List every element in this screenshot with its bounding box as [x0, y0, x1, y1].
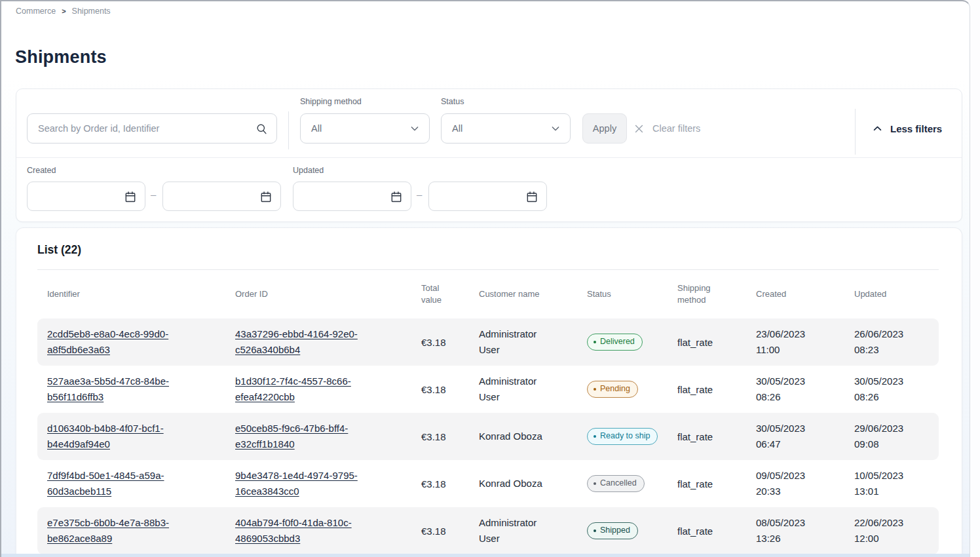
search-icon[interactable] — [255, 123, 268, 135]
updated-to-input[interactable] — [437, 191, 525, 202]
total-value: €3.18 — [421, 526, 479, 537]
header-updated: Updated — [854, 288, 933, 300]
x-icon — [633, 123, 645, 134]
calendar-icon[interactable] — [390, 190, 403, 203]
chevron-down-icon — [550, 123, 561, 134]
identifier-link[interactable]: 527aae3a-5b5d-47c8-84be-b56f11d6ffb3 — [47, 375, 169, 402]
app-window: Commerce > Shipments Shipments Shipping … — [0, 0, 970, 557]
identifier-link[interactable]: 7df9f4bd-50e1-4845-a59a-60d3acbeb115 — [47, 470, 164, 497]
updated-filter-label: Updated — [293, 166, 324, 175]
search-box — [27, 113, 277, 144]
chevron-up-icon — [872, 123, 883, 134]
created-at: 08/05/202313:26 — [756, 515, 854, 547]
date-range-dash: – — [417, 189, 422, 200]
status-dot-icon — [594, 435, 596, 438]
customer-name: Administrator User — [479, 515, 587, 547]
shipments-list-panel: List (22) Identifier Order ID Total valu… — [16, 227, 962, 557]
customer-name: Konrad Oboza — [479, 429, 587, 444]
created-at: 09/05/202320:33 — [756, 468, 854, 499]
status-badge: Cancelled — [587, 475, 645, 492]
table-row: d106340b-b4b8-4f07-bcf1-b4e4d9af94e0 e50… — [37, 413, 939, 460]
header-total-value: Total value — [421, 282, 479, 306]
calendar-icon[interactable] — [124, 190, 137, 203]
chevron-down-icon — [409, 123, 420, 134]
breadcrumb-item-commerce[interactable]: Commerce — [16, 7, 56, 16]
total-value: €3.18 — [421, 337, 479, 348]
header-order-id: Order ID — [235, 288, 421, 300]
search-input[interactable] — [28, 123, 255, 134]
shipping-method: flat_rate — [677, 478, 756, 490]
customer-name: Konrad Oboza — [479, 476, 587, 491]
header-status: Status — [587, 288, 677, 300]
created-at: 30/05/202308:26 — [756, 374, 854, 405]
header-customer-name: Customer name — [479, 288, 587, 300]
updated-at: 29/06/202309:08 — [854, 421, 933, 452]
date-range-dash: – — [151, 189, 156, 200]
table-row: 7df9f4bd-50e1-4845-a59a-60d3acbeb115 9b4… — [37, 460, 939, 507]
status-badge: Delivered — [587, 334, 643, 351]
header-created: Created — [756, 288, 854, 300]
created-to-field — [162, 182, 281, 211]
created-to-input[interactable] — [171, 191, 259, 202]
status-filter-label: Status — [441, 97, 464, 106]
created-filter-label: Created — [27, 166, 56, 175]
less-filters-toggle[interactable]: Less filters — [872, 113, 942, 144]
created-from-field — [27, 182, 145, 211]
header-identifier: Identifier — [47, 288, 235, 300]
created-at: 30/05/202306:47 — [756, 421, 854, 452]
clear-filters-label: Clear filters — [652, 123, 700, 134]
clear-filters-button[interactable]: Clear filters — [633, 113, 700, 144]
table-row: e7e375cb-6b0b-4e7a-88b3-be862ace8a89 404… — [37, 507, 939, 554]
shipping-method-label: Shipping method — [300, 97, 362, 106]
calendar-icon[interactable] — [525, 190, 538, 203]
table-row: 527aae3a-5b5d-47c8-84be-b56f11d6ffb3 b1d… — [37, 366, 939, 413]
updated-to-field — [428, 182, 547, 211]
order-id-link[interactable]: e50ceb85-f9c6-47b6-bff4-e32cff1b1840 — [235, 423, 348, 450]
shipping-method: flat_rate — [677, 337, 756, 348]
status-select[interactable]: All — [441, 113, 571, 144]
updated-from-input[interactable] — [301, 191, 390, 202]
total-value: €3.18 — [421, 478, 479, 490]
updated-at: 22/06/202312:00 — [854, 515, 933, 547]
filter-row-divider — [16, 157, 962, 158]
table-row: 2cdd5eb8-e8a0-4ec8-99d0-a8f5db6e3a63 43a… — [37, 318, 939, 366]
status-dot-icon — [594, 388, 596, 391]
filter-divider — [288, 111, 289, 149]
breadcrumb: Commerce > Shipments — [16, 7, 111, 16]
order-id-link[interactable]: 43a37296-ebbd-4164-92e0-c526a340b6b4 — [235, 328, 358, 355]
status-dot-icon — [594, 529, 596, 532]
order-id-link[interactable]: 9b4e3478-1e4d-4974-9795-16cea3843cc0 — [235, 470, 358, 497]
header-shipping-method: Shipping method — [677, 282, 756, 306]
status-dot-icon — [594, 341, 596, 343]
created-at: 23/06/202311:00 — [756, 326, 854, 358]
total-value: €3.18 — [421, 384, 479, 395]
shipping-method-select[interactable]: All — [300, 113, 430, 144]
status-badge: Ready to ship — [587, 428, 658, 445]
status-dot-icon — [594, 482, 596, 485]
filters-panel: Shipping method All Status All Apply — [16, 88, 962, 222]
identifier-link[interactable]: 2cdd5eb8-e8a0-4ec8-99d0-a8f5db6e3a63 — [47, 328, 168, 355]
filter-divider — [855, 109, 856, 155]
shipping-method-value: All — [311, 123, 322, 134]
order-id-link[interactable]: 404ab794-f0f0-41da-810c-4869053cbbd3 — [235, 517, 352, 544]
bottom-edge — [1, 554, 970, 557]
identifier-link[interactable]: d106340b-b4b8-4f07-bcf1-b4e4d9af94e0 — [47, 423, 164, 450]
breadcrumb-item-shipments[interactable]: Shipments — [72, 7, 111, 16]
status-filter-value: All — [452, 123, 462, 134]
identifier-link[interactable]: e7e375cb-6b0b-4e7a-88b3-be862ace8a89 — [47, 517, 169, 544]
table-header: Identifier Order ID Total value Customer… — [37, 270, 939, 318]
created-from-input[interactable] — [35, 191, 124, 202]
shipping-method: flat_rate — [677, 384, 756, 395]
list-title: List (22) — [37, 228, 939, 257]
customer-name: Administrator User — [479, 326, 587, 358]
shipping-method: flat_rate — [677, 431, 756, 442]
order-id-link[interactable]: b1d30f12-7f4c-4557-8c66-efeaf4220cbb — [235, 375, 351, 402]
apply-button[interactable]: Apply — [582, 113, 627, 144]
status-badge: Pending — [587, 381, 638, 398]
customer-name: Administrator User — [479, 374, 587, 405]
updated-at: 10/05/202313:01 — [854, 468, 933, 499]
less-filters-label: Less filters — [890, 123, 942, 134]
updated-at: 30/05/202308:26 — [854, 374, 933, 405]
updated-at: 26/06/202308:23 — [854, 326, 933, 358]
calendar-icon[interactable] — [259, 190, 273, 203]
